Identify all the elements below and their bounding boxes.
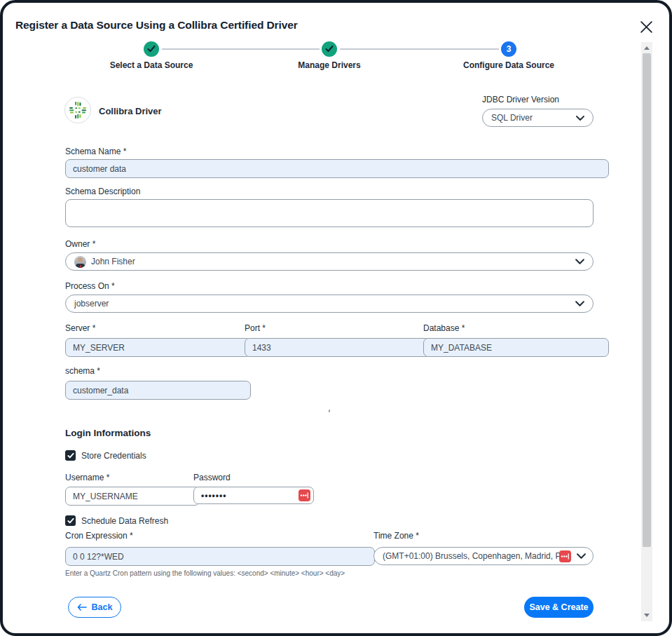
login-informations-heading: Login Informations xyxy=(65,428,151,438)
time-zone-label: Time Zone * xyxy=(373,531,419,541)
owner-label: Owner * xyxy=(65,239,95,249)
cron-expression-input[interactable] xyxy=(65,547,375,566)
chevron-down-icon xyxy=(575,259,584,264)
scroll-down-icon[interactable] xyxy=(644,614,650,617)
save-and-create-label: Save & Create xyxy=(529,602,588,612)
step-3-circle[interactable]: 3 xyxy=(501,41,516,57)
save-and-create-button[interactable]: Save & Create xyxy=(524,597,594,618)
port-input[interactable] xyxy=(245,338,430,357)
chevron-down-icon xyxy=(577,553,586,559)
username-input[interactable] xyxy=(65,487,200,506)
password-label: Password xyxy=(193,473,231,482)
stepper-line-1 xyxy=(162,48,320,50)
chevron-down-icon xyxy=(576,116,584,121)
schema-description-input[interactable] xyxy=(65,199,594,227)
driver-name: Collibra Driver xyxy=(99,106,162,116)
server-input[interactable] xyxy=(65,338,251,357)
jdbc-driver-version-label: JDBC Driver Version xyxy=(482,95,559,104)
store-credentials-checkbox[interactable] xyxy=(65,450,76,461)
modal-title: Register a Data Source Using a Collibra … xyxy=(15,19,298,32)
jdbc-driver-version-value: SQL Driver xyxy=(491,113,570,123)
scroll-up-icon[interactable] xyxy=(644,46,650,50)
chevron-down-icon xyxy=(575,301,584,306)
schema-input[interactable] xyxy=(65,381,251,400)
stray-mark xyxy=(329,410,331,412)
step-3-label: Configure Data Source xyxy=(439,60,579,70)
password-input[interactable]: ••••••• xyxy=(193,487,314,504)
username-label: Username * xyxy=(65,473,109,482)
schema-name-label: Schema Name * xyxy=(65,147,126,156)
database-label: Database * xyxy=(423,323,465,333)
password-value: ••••••• xyxy=(201,491,299,501)
step-1-label: Select a Data Source xyxy=(81,60,221,70)
back-button[interactable]: Back xyxy=(68,597,121,618)
schema-name-input[interactable] xyxy=(65,159,609,178)
schedule-data-refresh-label: Schedule Data Refresh xyxy=(81,516,168,526)
schedule-data-refresh-checkbox[interactable] xyxy=(65,515,76,526)
check-icon xyxy=(67,518,74,524)
close-icon[interactable] xyxy=(638,18,654,35)
timezone-autofill-icon[interactable] xyxy=(559,550,571,562)
owner-avatar xyxy=(74,256,86,268)
step-3-number: 3 xyxy=(507,44,512,54)
schema-label: schema * xyxy=(65,366,100,376)
jdbc-driver-version-select[interactable]: SQL Driver xyxy=(482,109,594,127)
database-input[interactable] xyxy=(423,338,609,357)
process-on-select[interactable]: jobserver xyxy=(65,295,594,313)
owner-value: John Fisher xyxy=(91,257,570,266)
step-1-check-icon[interactable] xyxy=(144,41,159,57)
time-zone-select[interactable]: (GMT+01:00) Brussels, Copenhagen, Madrid… xyxy=(373,547,594,565)
check-icon xyxy=(67,453,74,459)
step-2-label: Manage Drivers xyxy=(259,60,399,70)
process-on-label: Process On * xyxy=(65,281,115,291)
server-label: Server * xyxy=(65,323,95,333)
cron-helper-text: Enter a Quartz Cron pattern using the fo… xyxy=(65,569,345,577)
time-zone-value: (GMT+01:00) Brussels, Copenhagen, Madrid… xyxy=(383,551,569,561)
schema-description-label: Schema Description xyxy=(65,187,140,196)
cron-expression-label: Cron Expression * xyxy=(65,531,133,541)
stepper-line-2 xyxy=(340,48,499,50)
owner-select[interactable]: John Fisher xyxy=(65,252,594,271)
back-button-label: Back xyxy=(92,602,113,612)
password-autofill-icon[interactable] xyxy=(299,489,310,501)
scrollbar-thumb[interactable] xyxy=(643,53,651,547)
back-arrow-icon xyxy=(77,604,87,611)
collibra-driver-logo-icon xyxy=(64,97,91,123)
step-2-check-icon[interactable] xyxy=(322,41,337,57)
port-label: Port * xyxy=(245,323,266,333)
store-credentials-label: Store Credentials xyxy=(81,451,146,461)
register-data-source-modal: Register a Data Source Using a Collibra … xyxy=(0,0,672,636)
process-on-value: jobserver xyxy=(74,299,570,309)
